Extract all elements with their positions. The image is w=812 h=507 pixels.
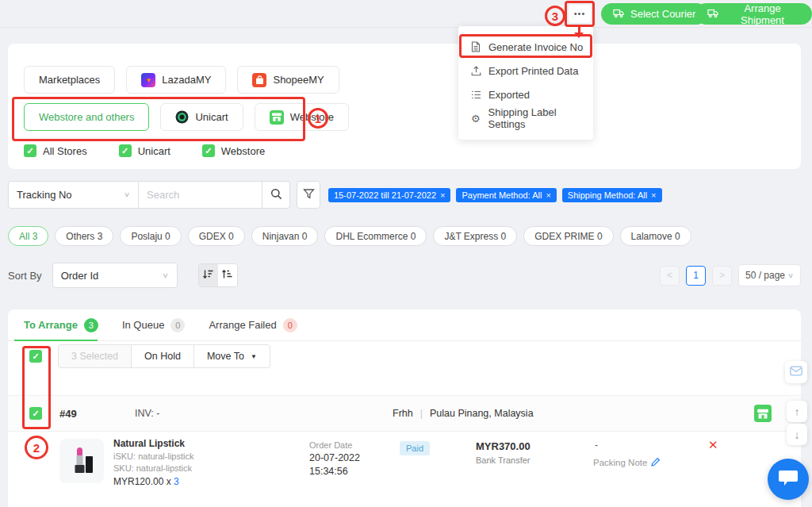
search-input[interactable] [139,181,262,209]
tab-lazadamy[interactable]: ♥ LazadaMY [126,66,226,94]
product-info: Natural Lipstick iSKU: natural-lipstick … [113,438,193,487]
tag-close-icon[interactable]: × [546,190,550,200]
tab-count-badge: 3 [84,318,98,332]
order-row-checkbox[interactable]: ✓ [29,407,42,420]
on-hold-button[interactable]: On Hold [131,344,194,368]
customer-name: Frhh [393,408,413,419]
product-image [59,439,104,483]
divider: | [420,408,423,419]
scroll-down-button[interactable]: ↓ [787,424,807,445]
menu-item-label: Shipping Label Settings [488,106,593,130]
envelope-icon [790,366,802,378]
courier-tab-others[interactable]: Others 3 [55,226,113,246]
tab-shopeemy[interactable]: ShopeeMY [237,66,339,94]
sort-descending-icon [202,269,214,282]
tab-unicart[interactable]: Unicart [160,103,243,131]
remove-order-button[interactable]: ✕ [708,438,718,452]
tag-close-icon[interactable]: × [440,190,445,200]
tab-label: In Queue [122,319,165,331]
courier-tab-jt-express[interactable]: J&T Express 0 [433,226,517,246]
checkbox-checked-icon: ✓ [24,144,36,157]
sort-field-select[interactable]: Order Id ∨ [52,263,178,288]
select-all-checkbox[interactable]: ✓ [29,350,42,363]
tab-webstore[interactable]: Webstore [255,103,349,131]
order-total-column: MYR370.00 Bank Transfer [476,440,530,465]
tab-arrange-failed[interactable]: Arrange Failed 0 [209,318,297,332]
prev-page-button[interactable]: < [660,266,680,286]
order-management-page: ••• Select Courier Arrange Shipment Gene… [0,0,812,507]
move-to-button[interactable]: Move To ▼ [193,344,270,368]
order-customer: Frhh | Pulau Pinang, Malaysia [393,408,534,419]
chat-widget-button[interactable] [768,459,809,500]
courier-filter-tabs: All 3 Others 3 Poslaju 0 GDEX 0 Ninjavan… [8,226,691,246]
sort-field-value: Order Id [61,270,99,282]
checkbox-webstore[interactable]: ✓ Webstore [202,144,265,157]
product-price: MYR120.00 x 3 [113,476,193,487]
page-size-select[interactable]: 50 / page ∨ [738,264,801,286]
courier-tab-gdex-prime[interactable]: GDEX PRIME 0 [523,226,613,246]
customer-location: Pulau Pinang, Malaysia [430,408,534,419]
chevron-down-icon: ∨ [124,190,130,198]
tab-label: LazadaMY [162,74,211,86]
menu-item-label: Generate Invoice No [488,41,583,53]
search-field-select[interactable]: Tracking No ∨ [8,181,139,209]
quantity[interactable]: 3 [174,476,179,487]
menu-item-shipping-label-settings[interactable]: ⚙ Shipping Label Settings [458,106,593,130]
sort-descending-button[interactable] [199,264,218,286]
menu-item-generate-invoice[interactable]: Generate Invoice No [458,35,593,59]
filter-tag-date-range: 15-07-2022 till 21-07-2022 × [328,188,450,202]
scroll-up-button[interactable]: ↑ [787,401,807,422]
courier-tab-poslaju[interactable]: Poslaju 0 [120,226,181,246]
tag-close-icon[interactable]: × [651,190,656,200]
filter-tag-shipping-method: Shipping Method: All × [562,188,662,202]
tab-label: Arrange Failed [209,319,276,331]
order-date-column: Order Date 20-07-2022 15:34:56 [309,440,360,477]
selected-count-button: 3 Selected [58,344,132,368]
courier-tab-lalamove[interactable]: Lalamove 0 [620,226,691,246]
message-button[interactable] [785,361,807,383]
current-page-button[interactable]: 1 [686,266,706,286]
checkbox-label: Webstore [221,145,265,157]
courier-tab-dhl-ecommerce[interactable]: DHL Ecommerce 0 [324,226,427,246]
export-icon [470,66,481,76]
order-row-header: ✓ #49 INV: - Frhh | Pulau Pinang, Malays… [8,395,801,432]
caret-down-icon: ▼ [251,353,257,360]
order-date-value: 20-07-2022 [309,452,360,463]
sort-ascending-button[interactable] [218,264,237,286]
orders-panel: To Arrange 3 In Queue 0 Arrange Failed 0… [8,309,801,507]
packing-note-label: Packing Note [593,458,647,467]
checkbox-unicart[interactable]: ✓ Unicart [119,144,170,157]
tab-marketplaces[interactable]: Marketplaces [24,66,115,94]
select-courier-button[interactable]: Select Courier [601,3,707,25]
checkbox-all-stores[interactable]: ✓ All Stores [24,144,87,157]
tab-webstore-and-others[interactable]: Webstore and others [24,103,149,131]
search-button[interactable] [262,181,290,209]
funnel-icon [303,189,315,202]
menu-item-exported[interactable]: Exported [458,83,593,106]
more-actions-button[interactable]: ••• [568,4,592,24]
webstore-channel-icon [754,405,772,422]
bulk-actions-toolbar: ✓ 3 Selected On Hold Move To ▼ [8,341,801,371]
unicart-icon [175,110,189,124]
filter-button[interactable] [297,181,320,209]
truck-icon [707,8,719,21]
product-isku: iSKU: natural-lipstick [113,451,193,461]
courier-tab-gdex[interactable]: GDEX 0 [188,226,245,246]
checkbox-label: Unicart [138,145,170,157]
packing-note-link[interactable]: Packing Note [593,457,661,468]
list-icon [470,90,481,99]
checkbox-label: All Stores [43,145,87,157]
tab-label: ShopeeMY [273,74,324,86]
chat-icon [778,470,799,490]
arrange-shipment-button[interactable]: Arrange Shipment [695,3,812,25]
courier-tab-all[interactable]: All 3 [8,226,48,246]
menu-item-label: Exported [488,89,530,101]
search-field-value: Tracking No [17,189,72,201]
tab-to-arrange[interactable]: To Arrange 3 [24,318,98,332]
sort-ascending-icon [221,269,233,282]
menu-item-export-printed-data[interactable]: Export Printed Data [458,59,593,83]
courier-tab-ninjavan[interactable]: Ninjavan 0 [251,226,319,246]
tab-in-queue[interactable]: In Queue 0 [122,318,186,332]
order-status-tabs: To Arrange 3 In Queue 0 Arrange Failed 0 [8,309,801,341]
next-page-button[interactable]: > [712,266,732,286]
